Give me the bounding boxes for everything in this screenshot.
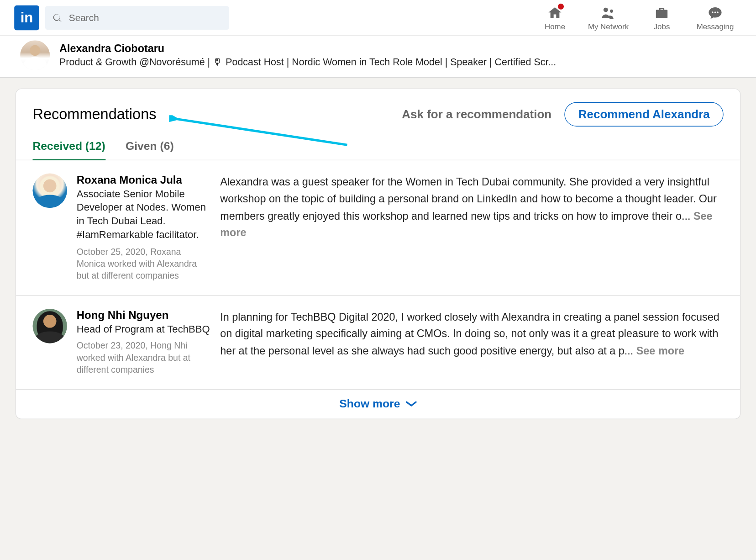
recommender-title: Head of Program at TechBBQ xyxy=(77,323,211,337)
search-icon xyxy=(52,12,63,23)
section-title: Recommendations xyxy=(33,106,157,123)
tabs: Received (12) Given (6) xyxy=(16,135,740,160)
search-placeholder: Search xyxy=(69,12,99,23)
nav-jobs-label: Jobs xyxy=(654,22,670,31)
chevron-down-icon xyxy=(406,400,416,407)
recommender-title: Associate Senior Mobile Developer at Nod… xyxy=(77,188,211,242)
recommendation-item: Hong Nhi Nguyen Head of Program at TechB… xyxy=(16,296,740,390)
show-more-button[interactable]: Show more xyxy=(339,397,417,411)
profile-name: Alexandra Ciobotaru xyxy=(59,43,556,55)
nav-jobs[interactable]: Jobs xyxy=(635,4,688,31)
profile-headline: Product & Growth @Novorésumé | 🎙 Podcast… xyxy=(59,56,556,68)
people-icon xyxy=(601,5,616,21)
recommendation-text: In planning for TechBBQ Digital 2020, I … xyxy=(210,308,723,376)
search-input[interactable]: Search xyxy=(45,5,229,29)
svg-point-0 xyxy=(604,8,608,12)
ask-recommendation-link[interactable]: Ask for a recommendation xyxy=(402,107,551,121)
svg-point-1 xyxy=(610,10,613,13)
profile-avatar[interactable] xyxy=(20,40,50,70)
recommendations-card: Recommendations Ask for a recommendation… xyxy=(16,89,741,419)
see-more-link[interactable]: See more xyxy=(636,345,684,357)
linkedin-logo[interactable]: in xyxy=(14,5,39,30)
briefcase-icon xyxy=(654,5,670,21)
nav-messaging[interactable]: Messaging xyxy=(688,4,742,31)
nav-messaging-label: Messaging xyxy=(697,22,734,31)
recommendation-text: Alexandra was a guest speaker for the Wo… xyxy=(210,174,723,282)
recommend-button[interactable]: Recommend Alexandra xyxy=(565,102,724,127)
nav-home[interactable]: Home xyxy=(528,4,582,31)
nav-network-label: My Network xyxy=(588,22,629,31)
recommendation-meta: October 23, 2020, Hong Nhi worked with A… xyxy=(77,340,211,376)
recommender-avatar[interactable] xyxy=(33,308,67,343)
tab-received[interactable]: Received (12) xyxy=(33,135,105,160)
recommendation-item: Roxana Monica Jula Associate Senior Mobi… xyxy=(16,160,740,296)
recommender-name[interactable]: Hong Nhi Nguyen xyxy=(77,308,211,322)
top-nav: in Search Home My Network Jobs xyxy=(0,0,756,36)
message-icon xyxy=(708,5,723,21)
nav-network[interactable]: My Network xyxy=(582,4,635,31)
tab-given[interactable]: Given (6) xyxy=(126,135,174,160)
recommendation-meta: October 25, 2020, Roxana Monica worked w… xyxy=(77,246,211,282)
profile-header: Alexandra Ciobotaru Product & Growth @No… xyxy=(0,36,756,78)
notification-badge xyxy=(556,2,565,11)
recommender-name[interactable]: Roxana Monica Jula xyxy=(77,174,211,187)
nav-home-label: Home xyxy=(545,22,565,31)
recommender-avatar[interactable] xyxy=(33,174,67,208)
